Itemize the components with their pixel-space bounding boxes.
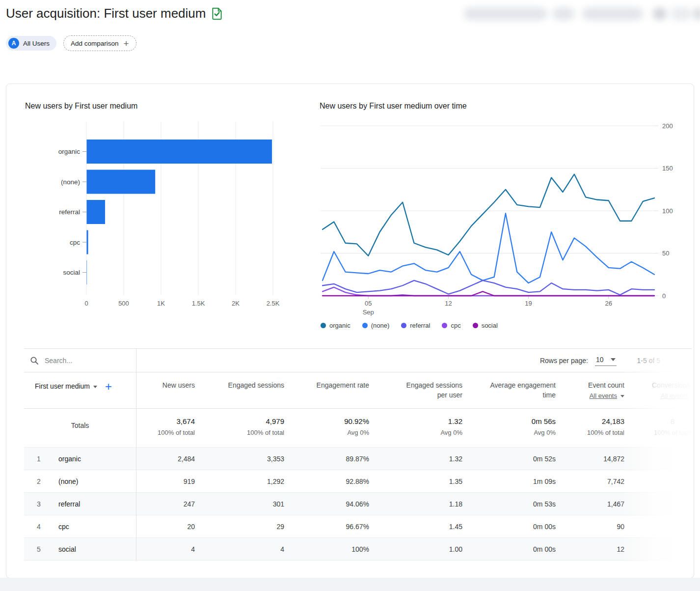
totals-value: 1.32: [369, 416, 462, 427]
data-table: Rows per page: 10 1-5 of 5 First user me…: [24, 348, 692, 561]
rows-per-page-value: 10: [596, 356, 604, 364]
column-header-label: Engagement rate: [284, 380, 369, 390]
metric-cell: 4: [195, 538, 284, 560]
totals-subtext: 100% of total: [556, 428, 624, 438]
legend-dot-icon: [321, 323, 326, 328]
svg-text:organic: organic: [58, 148, 81, 155]
totals-value: 8: [624, 416, 692, 427]
totals-value: 0m 56s: [462, 416, 556, 427]
svg-text:social: social: [63, 269, 80, 276]
add-column-button[interactable]: +: [105, 382, 112, 391]
add-comparison-button[interactable]: Add comparison +: [63, 35, 136, 51]
column-header-label: Average engagement time: [488, 380, 556, 400]
table-row: 1organic2,4843,35389.87%1.320m 52s14,872: [24, 447, 692, 470]
shared-report-check-icon: [211, 7, 223, 21]
search-input[interactable]: [44, 356, 119, 365]
legend-dot-icon: [442, 323, 447, 328]
metric-cell: 90: [556, 515, 624, 537]
svg-text:1K: 1K: [157, 300, 165, 307]
svg-text:1.5K: 1.5K: [192, 300, 205, 307]
metric-cell: 92.88%: [284, 470, 369, 492]
column-header[interactable]: Engaged sessions: [195, 372, 284, 408]
chart-legend: organic(none)referralcpcsocial: [321, 322, 498, 329]
metric-cell: [624, 493, 692, 515]
totals-subtext: Avg 0%: [462, 428, 556, 438]
legend-dot-icon: [473, 323, 478, 328]
legend-item: referral: [401, 322, 430, 329]
dimension-cell: 4cpc: [24, 515, 136, 537]
table-row: 5social44100%1.000m 00s12: [24, 537, 692, 561]
legend-label: cpc: [451, 322, 460, 329]
totals-cell: 4,979100% of total: [195, 409, 284, 447]
totals-subtext: 100% of total: [624, 428, 692, 438]
legend-dot-icon: [362, 323, 368, 328]
legend-item: social: [473, 322, 498, 329]
svg-text:cpc: cpc: [70, 239, 80, 246]
chevron-down-icon: [620, 395, 624, 397]
column-subheader[interactable]: All events: [624, 392, 692, 399]
column-header[interactable]: Average engagement time: [462, 372, 556, 408]
search-box[interactable]: [24, 349, 136, 372]
metric-cell: 3,353: [195, 448, 284, 470]
column-header[interactable]: Event countAll events: [556, 372, 624, 408]
column-header[interactable]: ConversionsAll events: [624, 372, 692, 408]
add-comparison-label: Add comparison: [71, 40, 119, 47]
redacted-blob: [464, 7, 547, 20]
report-card: New users by First user medium New users…: [6, 84, 694, 578]
all-users-chip[interactable]: A All Users: [6, 36, 56, 51]
svg-text:referral: referral: [59, 208, 80, 216]
chevron-down-icon: [93, 386, 97, 388]
row-number: 5: [37, 545, 58, 553]
dimension-cell: 5social: [24, 538, 136, 560]
column-header-label: Conversions: [624, 380, 692, 390]
svg-text:500: 500: [118, 300, 129, 307]
totals-subtext: 100% of total: [195, 428, 284, 438]
totals-label: Totals: [24, 409, 136, 447]
svg-text:12: 12: [445, 300, 452, 307]
metric-cell: 2,484: [136, 448, 195, 470]
column-header[interactable]: New users: [136, 372, 195, 408]
column-subheader[interactable]: All events: [556, 392, 624, 399]
legend-item: cpc: [442, 322, 460, 329]
column-header-label: Event count: [556, 380, 624, 390]
rows-per-page-select[interactable]: 10: [595, 355, 617, 366]
dimension-header[interactable]: First user medium+: [24, 372, 136, 408]
table-row: 4cpc202996.67%1.450m 00s90: [24, 515, 692, 537]
column-header[interactable]: Engagement rate: [284, 372, 369, 408]
dimension-value: organic: [58, 455, 81, 463]
metric-cell: [624, 448, 692, 470]
metric-cell: 1.00: [369, 538, 462, 560]
dimension-header-label: First user medium: [35, 382, 90, 390]
metric-cell: 7,742: [556, 470, 624, 492]
metric-cell: 1.35: [369, 470, 462, 492]
pagination-range: 1-5 of 5: [637, 357, 660, 365]
header-row: First user medium+ New usersEngaged sess…: [24, 372, 692, 409]
totals-subtext: Avg 0%: [369, 428, 462, 438]
row-number: 1: [37, 455, 58, 463]
svg-text:19: 19: [525, 300, 532, 307]
redacted-account-info: [457, 3, 700, 25]
totals-row: Totals 3,674100% of total4,979100% of to…: [24, 409, 692, 447]
bar-chart-svg: 05001K1.5K2K2.5Korganic(none)referralcpc…: [24, 114, 311, 313]
search-icon: [30, 356, 39, 365]
rows-per-page-label: Rows per page:: [540, 357, 588, 365]
dimension-value: referral: [58, 500, 80, 508]
chevron-down-icon: [611, 358, 616, 361]
svg-text:(none): (none): [61, 178, 80, 186]
totals-value: 4,979: [195, 416, 284, 427]
plus-icon: +: [124, 39, 129, 48]
metric-cell: 89.87%: [284, 448, 369, 470]
table-toolbar: Rows per page: 10 1-5 of 5: [24, 349, 692, 372]
totals-subtext: 100% of total: [136, 428, 195, 438]
totals-subtext: Avg 0%: [284, 428, 369, 438]
dimension-value: (none): [58, 478, 78, 485]
redacted-blob: [553, 7, 574, 20]
line-chart-title: New users by First user medium over time: [320, 102, 467, 111]
column-header[interactable]: Engaged sessions per user: [369, 372, 462, 408]
metric-cell: 0m 00s: [462, 515, 556, 537]
metric-cell: [624, 470, 692, 492]
line-chart-svg: 05010015020005Sep121926: [319, 114, 690, 317]
metric-cell: 12: [556, 538, 624, 560]
totals-cell: 3,674100% of total: [136, 409, 195, 447]
dimension-value: social: [58, 545, 76, 553]
